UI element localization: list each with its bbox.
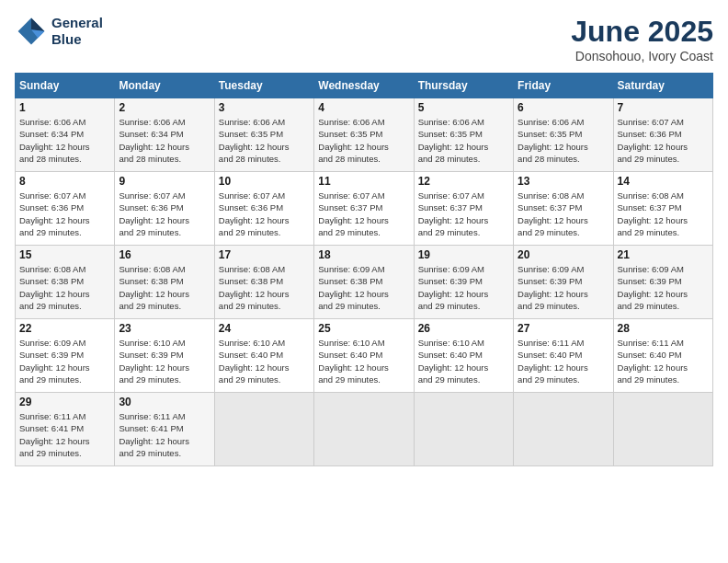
day-info: Sunrise: 6:10 AMSunset: 6:40 PMDaylight:… [219,337,310,385]
day-cell: 30Sunrise: 6:11 AMSunset: 6:41 PMDayligh… [115,393,214,466]
day-info: Sunrise: 6:09 AMSunset: 6:39 PMDaylight:… [518,263,609,312]
header-cell-friday: Friday [514,74,613,98]
day-info: Sunrise: 6:10 AMSunset: 6:40 PMDaylight:… [418,337,509,385]
day-number: 20 [518,248,609,261]
day-number: 13 [518,175,609,188]
day-info: Sunrise: 6:09 AMSunset: 6:39 PMDaylight:… [418,263,509,312]
day-info: Sunrise: 6:08 AMSunset: 6:38 PMDaylight:… [119,263,210,312]
day-number: 30 [119,396,210,408]
day-number: 29 [19,396,110,408]
day-cell [514,393,613,466]
calendar-table: SundayMondayTuesdayWednesdayThursdayFrid… [15,73,713,466]
day-number: 24 [219,322,310,335]
logo-icon [15,15,48,48]
day-cell: 12Sunrise: 6:07 AMSunset: 6:37 PMDayligh… [414,172,513,246]
day-info: Sunrise: 6:09 AMSunset: 6:39 PMDaylight:… [618,263,709,312]
logo-line1: General [51,15,103,31]
day-cell: 19Sunrise: 6:09 AMSunset: 6:39 PMDayligh… [414,246,513,319]
logo-text: General Blue [51,15,103,48]
day-info: Sunrise: 6:07 AMSunset: 6:37 PMDaylight:… [418,190,509,238]
day-cell: 17Sunrise: 6:08 AMSunset: 6:38 PMDayligh… [214,246,313,319]
logo: General Blue [15,15,103,48]
day-cell [414,393,513,466]
day-info: Sunrise: 6:11 AMSunset: 6:40 PMDaylight:… [518,337,609,385]
day-number: 14 [618,175,709,188]
day-cell: 14Sunrise: 6:08 AMSunset: 6:37 PMDayligh… [613,172,712,246]
day-info: Sunrise: 6:06 AMSunset: 6:35 PMDaylight:… [318,116,409,165]
day-number: 15 [19,248,110,261]
day-cell: 13Sunrise: 6:08 AMSunset: 6:37 PMDayligh… [514,172,613,246]
week-row-3: 15Sunrise: 6:08 AMSunset: 6:38 PMDayligh… [16,246,713,319]
header-cell-saturday: Saturday [613,74,712,98]
day-cell: 29Sunrise: 6:11 AMSunset: 6:41 PMDayligh… [16,393,115,466]
svg-marker-1 [31,18,44,31]
day-info: Sunrise: 6:11 AMSunset: 6:40 PMDaylight:… [618,337,709,385]
day-cell: 5Sunrise: 6:06 AMSunset: 6:35 PMDaylight… [414,98,513,172]
day-cell: 15Sunrise: 6:08 AMSunset: 6:38 PMDayligh… [16,246,115,319]
day-cell: 3Sunrise: 6:06 AMSunset: 6:35 PMDaylight… [214,98,313,172]
day-cell: 25Sunrise: 6:10 AMSunset: 6:40 PMDayligh… [314,319,414,393]
day-number: 4 [318,101,409,114]
day-info: Sunrise: 6:09 AMSunset: 6:38 PMDaylight:… [318,263,409,312]
day-cell: 2Sunrise: 6:06 AMSunset: 6:34 PMDaylight… [115,98,214,172]
header-row: SundayMondayTuesdayWednesdayThursdayFrid… [16,74,713,98]
day-cell: 6Sunrise: 6:06 AMSunset: 6:35 PMDaylight… [514,98,613,172]
calendar-subtitle: Donsohouo, Ivory Coast [571,49,713,63]
day-number: 23 [119,322,210,335]
day-cell: 4Sunrise: 6:06 AMSunset: 6:35 PMDaylight… [314,98,414,172]
day-number: 21 [618,248,709,261]
day-info: Sunrise: 6:07 AMSunset: 6:37 PMDaylight:… [318,190,409,238]
day-info: Sunrise: 6:11 AMSunset: 6:41 PMDaylight:… [119,410,210,459]
header-cell-wednesday: Wednesday [314,74,414,98]
day-number: 27 [518,322,609,335]
day-cell: 21Sunrise: 6:09 AMSunset: 6:39 PMDayligh… [613,246,712,319]
day-cell [214,393,313,466]
header-cell-tuesday: Tuesday [214,74,313,98]
page-header: General Blue June 2025 Donsohouo, Ivory … [15,15,713,63]
day-info: Sunrise: 6:08 AMSunset: 6:37 PMDaylight:… [518,190,609,238]
day-info: Sunrise: 6:07 AMSunset: 6:36 PMDaylight:… [618,116,709,165]
day-cell: 24Sunrise: 6:10 AMSunset: 6:40 PMDayligh… [214,319,313,393]
day-number: 22 [19,322,110,335]
day-info: Sunrise: 6:11 AMSunset: 6:41 PMDaylight:… [19,410,110,459]
day-info: Sunrise: 6:08 AMSunset: 6:38 PMDaylight:… [19,263,110,312]
day-cell: 16Sunrise: 6:08 AMSunset: 6:38 PMDayligh… [115,246,214,319]
day-info: Sunrise: 6:08 AMSunset: 6:38 PMDaylight:… [219,263,310,312]
day-number: 12 [418,175,509,188]
title-section: June 2025 Donsohouo, Ivory Coast [571,15,713,63]
day-number: 6 [518,101,609,114]
day-number: 10 [219,175,310,188]
day-number: 19 [418,248,509,261]
day-number: 25 [318,322,409,335]
day-number: 17 [219,248,310,261]
day-cell [314,393,414,466]
calendar-body: 1Sunrise: 6:06 AMSunset: 6:34 PMDaylight… [16,98,713,466]
day-number: 2 [119,101,210,114]
day-info: Sunrise: 6:06 AMSunset: 6:34 PMDaylight:… [19,116,110,165]
day-info: Sunrise: 6:07 AMSunset: 6:36 PMDaylight:… [219,190,310,238]
calendar-title: June 2025 [571,15,713,49]
day-info: Sunrise: 6:06 AMSunset: 6:34 PMDaylight:… [119,116,210,165]
header-cell-monday: Monday [115,74,214,98]
week-row-2: 8Sunrise: 6:07 AMSunset: 6:36 PMDaylight… [16,172,713,246]
day-number: 3 [219,101,310,114]
day-number: 18 [318,248,409,261]
day-number: 9 [119,175,210,188]
day-number: 16 [119,248,210,261]
day-cell: 20Sunrise: 6:09 AMSunset: 6:39 PMDayligh… [514,246,613,319]
day-cell: 27Sunrise: 6:11 AMSunset: 6:40 PMDayligh… [514,319,613,393]
day-number: 8 [19,175,110,188]
day-cell: 10Sunrise: 6:07 AMSunset: 6:36 PMDayligh… [214,172,313,246]
day-cell: 26Sunrise: 6:10 AMSunset: 6:40 PMDayligh… [414,319,513,393]
header-cell-thursday: Thursday [414,74,513,98]
day-cell: 23Sunrise: 6:10 AMSunset: 6:39 PMDayligh… [115,319,214,393]
day-number: 28 [618,322,709,335]
week-row-4: 22Sunrise: 6:09 AMSunset: 6:39 PMDayligh… [16,319,713,393]
day-info: Sunrise: 6:06 AMSunset: 6:35 PMDaylight:… [418,116,509,165]
day-info: Sunrise: 6:06 AMSunset: 6:35 PMDaylight:… [219,116,310,165]
day-info: Sunrise: 6:06 AMSunset: 6:35 PMDaylight:… [518,116,609,165]
header-cell-sunday: Sunday [16,74,115,98]
day-cell [613,393,712,466]
week-row-5: 29Sunrise: 6:11 AMSunset: 6:41 PMDayligh… [16,393,713,466]
week-row-1: 1Sunrise: 6:06 AMSunset: 6:34 PMDaylight… [16,98,713,172]
